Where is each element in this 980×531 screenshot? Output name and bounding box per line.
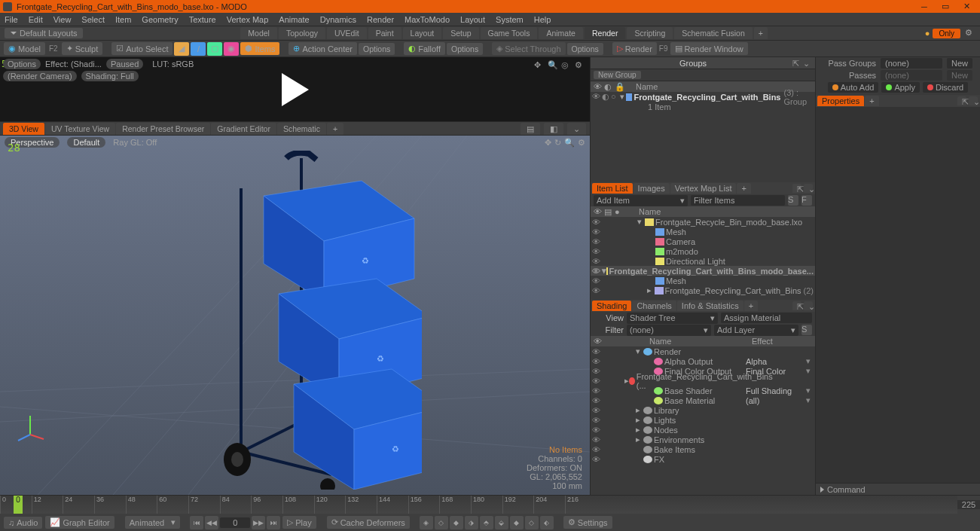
menu-system[interactable]: System [496, 15, 524, 24]
minimize-button[interactable]: ─ [914, 2, 935, 11]
cache-deformers-button[interactable]: ⟳Cache Deformers [327, 516, 410, 529]
shading-row[interactable]: 👁▸Lights [591, 415, 815, 425]
key-f-icon[interactable]: ⬙ [495, 516, 508, 529]
ptab-add[interactable]: + [737, 183, 750, 194]
rp-gear-icon[interactable]: ⚙ [575, 60, 585, 71]
key-c-icon[interactable]: ◆ [450, 516, 463, 529]
options2-button[interactable]: Options [447, 43, 483, 55]
passgroups-new[interactable]: New [947, 58, 972, 69]
groups-pop-icon[interactable]: ⇱ [792, 59, 801, 68]
passes-new[interactable]: New [947, 70, 972, 81]
shading-row[interactable]: 👁Alpha OutputAlpha▾ [591, 356, 815, 366]
passgroups-value[interactable]: (none) [881, 58, 942, 69]
rp-lut[interactable]: LUT: sRGB [152, 60, 194, 69]
grp-col-a[interactable]: ◐ [604, 82, 613, 91]
il-f-button[interactable]: F [801, 195, 812, 206]
mat-mode-icon[interactable]: ◉ [224, 42, 239, 56]
rp-options[interactable]: Options [3, 59, 41, 69]
edge-mode-icon[interactable]: / [191, 42, 206, 56]
timeline[interactable]: 0122436486072849610812013214415616818019… [0, 496, 980, 514]
sh-pop-icon[interactable]: ⇱ [792, 301, 801, 310]
poly-mode-icon[interactable]: ▢ [207, 42, 222, 56]
shading-row[interactable]: 👁▾Render [591, 346, 815, 356]
key-i-icon[interactable]: ⬖ [540, 516, 554, 529]
shader-view-dropdown[interactable]: Shader Tree▾ [627, 313, 718, 324]
il-pop-icon[interactable]: ⇱ [792, 184, 801, 193]
step-back-icon[interactable]: ◀◀ [205, 516, 218, 529]
step-fwd-icon[interactable]: ▶▶ [252, 516, 265, 529]
tab-uvedit[interactable]: UVEdit [327, 27, 367, 39]
menu-vertexmap[interactable]: Vertex Map [227, 15, 269, 24]
ptab-info[interactable]: Info & Statistics [677, 301, 743, 311]
ptab-itemlist[interactable]: Item List [592, 183, 633, 194]
vertex-mode-icon[interactable]: ◢ [174, 42, 189, 56]
menu-item[interactable]: Item [115, 15, 131, 24]
tab-render[interactable]: Render [585, 27, 625, 39]
tab-layout[interactable]: Layout [403, 27, 442, 39]
item-row[interactable]: 👁▸Frontgate_Recycling_Cart_with_Bins(2) [591, 285, 815, 295]
gear-icon[interactable]: ⚙ [965, 28, 975, 38]
action-center-button[interactable]: ⊕Action Center [289, 42, 357, 55]
tab-gametools[interactable]: Game Tools [481, 27, 538, 39]
menu-maxtomodo[interactable]: MaxToModo [405, 15, 450, 24]
vtab-icon2[interactable]: ◧ [544, 123, 563, 135]
shading-row[interactable]: 👁▸Library [591, 405, 815, 415]
key-b-icon[interactable]: ◇ [435, 516, 448, 529]
model-button[interactable]: ◉Model [4, 42, 45, 55]
rp-effect[interactable]: Effect: (Shadi... [45, 60, 102, 69]
menu-dynamics[interactable]: Dynamics [320, 15, 356, 24]
autoadd-button[interactable]: Auto Add [828, 82, 879, 93]
current-frame[interactable]: 0 [220, 517, 250, 528]
tab-add[interactable]: + [754, 27, 768, 39]
item-row[interactable]: 👁m2modo [591, 246, 815, 256]
rp-shading[interactable]: Shading: Full [81, 71, 139, 81]
key-h-icon[interactable]: ◇ [525, 516, 539, 529]
il-col-a[interactable]: ▤ [604, 207, 613, 216]
key-g-icon[interactable]: ◆ [510, 516, 524, 529]
props-min-icon[interactable]: ⌄ [969, 96, 978, 105]
grp-col-lock[interactable]: 🔒 [615, 82, 624, 91]
close-button[interactable]: ✕ [956, 2, 977, 11]
item-row[interactable]: 👁Directional Light [591, 256, 815, 266]
sculpt-button[interactable]: ✦Sculpt [62, 42, 103, 55]
filter-items-dropdown[interactable]: Filter Items [691, 195, 785, 206]
group-subrow[interactable]: 1 Item [591, 102, 815, 111]
shading-row[interactable]: 👁▸Environments [591, 435, 815, 444]
graph-editor-button[interactable]: 📈Graph Editor [45, 516, 114, 529]
vp-raygl[interactable]: Ray GL: Off [113, 138, 157, 147]
apply-button[interactable]: Apply [881, 82, 920, 93]
tab-model[interactable]: Model [240, 27, 277, 39]
command-expand-icon[interactable] [820, 487, 824, 493]
goto-start-icon[interactable]: ⏮ [190, 516, 203, 529]
vtab-gradient[interactable]: Gradient Editor [211, 123, 276, 135]
tab-scripting[interactable]: Scripting [627, 27, 673, 39]
command-label[interactable]: Command [827, 485, 866, 494]
playhead[interactable]: 0 [14, 496, 23, 514]
shading-row[interactable]: 👁FX [591, 454, 815, 464]
tab-schematic[interactable]: Schematic Fusion [674, 27, 752, 39]
vtab-3dview[interactable]: 3D View [3, 123, 44, 135]
new-group-button[interactable]: New Group [594, 71, 641, 79]
tab-animate[interactable]: Animate [539, 27, 583, 39]
il-min-icon[interactable]: ⌄ [804, 184, 813, 193]
ptab-images[interactable]: Images [633, 183, 670, 194]
key-a-icon[interactable]: ◈ [420, 516, 433, 529]
menu-file[interactable]: File [5, 15, 18, 24]
render-preview[interactable]: 5 Options Effect: (Shadi... Paused LUT: … [0, 57, 590, 122]
shading-row[interactable]: 👁Base Material(all)▾ [591, 395, 815, 405]
vtab-schematic[interactable]: Schematic [277, 123, 326, 135]
il-s-button[interactable]: S [788, 195, 798, 206]
tab-paint[interactable]: Paint [368, 27, 401, 39]
shading-row[interactable]: 👁Base ShaderFull Shading▾ [591, 386, 815, 395]
il-col-b[interactable]: ● [615, 207, 624, 216]
select-through-button[interactable]: ◈Select Through [492, 42, 565, 55]
vp-zoom-icon[interactable]: 🔍 [564, 138, 575, 148]
vtab-add[interactable]: + [327, 123, 343, 135]
menu-texture[interactable]: Texture [189, 15, 216, 24]
group-row[interactable]: 👁◐○ ▾ Frontgate_Recycling_Cart_with_Bins… [591, 92, 815, 102]
add-layer-dropdown[interactable]: Add Layer▾ [714, 325, 798, 336]
rp-move-icon[interactable]: ✥ [534, 60, 545, 71]
shading-row[interactable]: 👁▸Frontgate_Recycling_Cart_with_Bins (..… [591, 376, 815, 386]
key-e-icon[interactable]: ⬘ [480, 516, 493, 529]
settings-button[interactable]: ⚙Settings [563, 516, 612, 529]
